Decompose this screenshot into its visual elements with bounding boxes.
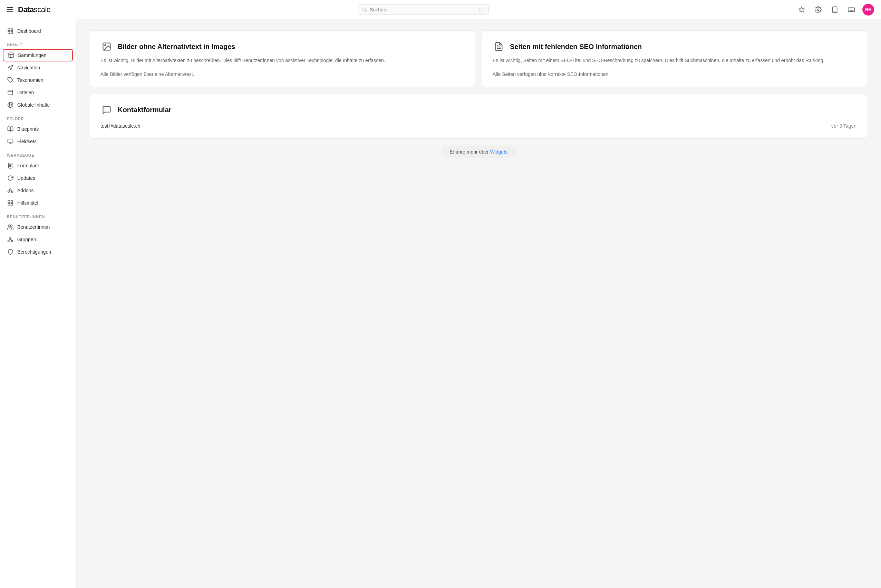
hilfsmittel-icon <box>7 200 14 206</box>
menu-icon[interactable] <box>7 7 13 12</box>
svg-rect-3 <box>848 8 854 11</box>
widgets-link[interactable]: Widgets <box>490 149 507 154</box>
svg-line-44 <box>11 240 12 240</box>
card-seo-status: Alle Seiten verfügen über korrekte SEO-I… <box>492 71 857 77</box>
fieldsets-label: Fieldsets <box>17 139 37 144</box>
card-kontaktformular-row: test@datascale.ch vor 3 Tagen <box>101 123 857 129</box>
taxonomien-icon <box>7 76 14 84</box>
svg-rect-9 <box>8 28 10 30</box>
card-seo-icon <box>492 40 505 53</box>
card-kontaktformular-icon <box>101 104 113 116</box>
globale-inhalte-label: Globale Inhalte <box>17 102 50 108</box>
svg-line-33 <box>11 190 12 191</box>
card-bilder-status: Alle Bilder verfügen über eine Alternati… <box>101 71 464 77</box>
user-avatar[interactable]: RE <box>862 4 874 15</box>
dashboard-label: Dashboard <box>17 28 41 34</box>
card-bilder: Bilder ohne Alternativtext in Images Es … <box>90 30 475 87</box>
card-kontaktformular-header: Kontaktformular <box>101 104 857 116</box>
berechtigungen-icon <box>7 249 14 255</box>
card-seo: Seiten mit fehlenden SEO Informationen E… <box>482 30 867 87</box>
svg-marker-16 <box>8 65 13 70</box>
sammlungen-label: Sammlungen <box>18 52 47 58</box>
gruppen-icon <box>7 236 14 243</box>
addons-label: Addons <box>17 188 33 193</box>
sidebar-item-taxonomien[interactable]: Taxonomien <box>0 74 76 86</box>
svg-rect-22 <box>8 139 13 143</box>
header: Datascale / <box>0 0 881 20</box>
search-input[interactable] <box>370 7 476 12</box>
card-seo-desc: Es ist wichtig, Seiten mit einem SEO-Tit… <box>492 57 857 64</box>
sidebar-item-navigation[interactable]: Navigation <box>0 62 76 74</box>
sidebar-item-formulare[interactable]: Formulare <box>0 159 76 172</box>
svg-rect-35 <box>11 201 13 202</box>
sidebar: Dashboard INHALT Sammlungen Navigation <box>0 20 76 588</box>
updates-icon <box>7 175 14 182</box>
dateien-label: Dateien <box>17 90 34 95</box>
header-actions: RE <box>796 4 874 15</box>
sidebar-item-blueprints[interactable]: Blueprints <box>0 123 76 135</box>
svg-line-1 <box>366 10 367 11</box>
updates-label: Updates <box>17 175 35 181</box>
search-bar: / <box>358 4 489 15</box>
fieldsets-icon <box>7 138 14 145</box>
book-icon[interactable] <box>829 4 840 15</box>
navigation-label: Navigation <box>17 65 40 70</box>
svg-rect-36 <box>8 204 10 206</box>
taxonomien-label: Taxonomien <box>17 77 44 83</box>
svg-line-32 <box>9 190 11 191</box>
sidebar-item-dateien[interactable]: Dateien <box>0 86 76 99</box>
card-bilder-title: Bilder ohne Alternativtext in Images <box>118 43 235 51</box>
settings-icon[interactable] <box>813 4 824 15</box>
globale-inhalte-icon <box>7 102 14 108</box>
sidebar-item-dashboard[interactable]: Dashboard <box>0 25 76 37</box>
main-content: Bilder ohne Alternativtext in Images Es … <box>76 20 881 588</box>
addons-icon <box>7 187 14 194</box>
card-bilder-header: Bilder ohne Alternativtext in Images <box>101 40 464 53</box>
section-label-werkzeuge: WERKZEUGE <box>0 148 76 159</box>
hilfsmittel-label: Hilfsmittel <box>17 200 38 206</box>
sidebar-item-gruppen[interactable]: Gruppen <box>0 233 76 246</box>
section-label-felder: FELDER <box>0 111 76 123</box>
section-label-inhalt: INHALT <box>0 37 76 49</box>
sidebar-item-fieldsets[interactable]: Fieldsets <box>0 135 76 148</box>
card-kontaktformular-title: Kontaktformular <box>118 106 171 114</box>
blueprints-icon <box>7 126 14 132</box>
card-kontaktformular-timestamp: vor 3 Tagen <box>831 123 857 129</box>
app-layout: Dashboard INHALT Sammlungen Navigation <box>0 20 881 588</box>
card-seo-title: Seiten mit fehlenden SEO Informationen <box>510 43 642 51</box>
sidebar-item-berechtigungen[interactable]: Berechtigungen <box>0 246 76 258</box>
svg-rect-18 <box>8 90 13 95</box>
svg-rect-12 <box>11 32 13 33</box>
sidebar-item-sammlungen[interactable]: Sammlungen <box>3 49 73 62</box>
search-icon <box>362 7 367 12</box>
sidebar-item-updates[interactable]: Updates <box>0 172 76 184</box>
svg-rect-11 <box>8 32 10 33</box>
svg-point-46 <box>105 45 106 46</box>
cards-row-1: Bilder ohne Alternativtext in Images Es … <box>90 30 867 87</box>
formulare-label: Formulare <box>17 163 39 168</box>
gruppen-label: Gruppen <box>17 237 36 242</box>
sidebar-item-addons[interactable]: Addons <box>0 184 76 197</box>
section-label-benutzer: BENUTZER:INNEN <box>0 209 76 221</box>
search-shortcut: / <box>479 7 484 12</box>
card-bilder-icon <box>101 40 113 53</box>
sidebar-item-benutzerinnen[interactable]: Benutzer:innen <box>0 221 76 233</box>
sidebar-item-hilfsmittel[interactable]: Hilfsmittel <box>0 197 76 209</box>
benutzerinnen-icon <box>7 224 14 231</box>
svg-point-38 <box>9 225 11 227</box>
card-kontaktformular-email: test@datascale.ch <box>101 123 140 129</box>
card-seo-header: Seiten mit fehlenden SEO Informationen <box>492 40 857 53</box>
svg-rect-10 <box>11 28 13 30</box>
formulare-icon <box>7 162 14 169</box>
svg-rect-34 <box>8 201 10 202</box>
pin-icon[interactable] <box>796 4 807 15</box>
svg-rect-13 <box>9 53 14 58</box>
dashboard-icon <box>7 28 14 34</box>
card-bilder-desc: Es ist wichtig, Bilder mit Alternativtex… <box>101 57 464 64</box>
svg-rect-37 <box>11 204 13 206</box>
dateien-icon <box>7 89 14 96</box>
keyboard-icon[interactable] <box>846 4 857 15</box>
navigation-icon <box>7 64 14 71</box>
sidebar-item-globale-inhalte[interactable]: Globale Inhalte <box>0 99 76 111</box>
widget-cta-button[interactable]: Erfahre mehr über Widgets <box>441 146 516 158</box>
